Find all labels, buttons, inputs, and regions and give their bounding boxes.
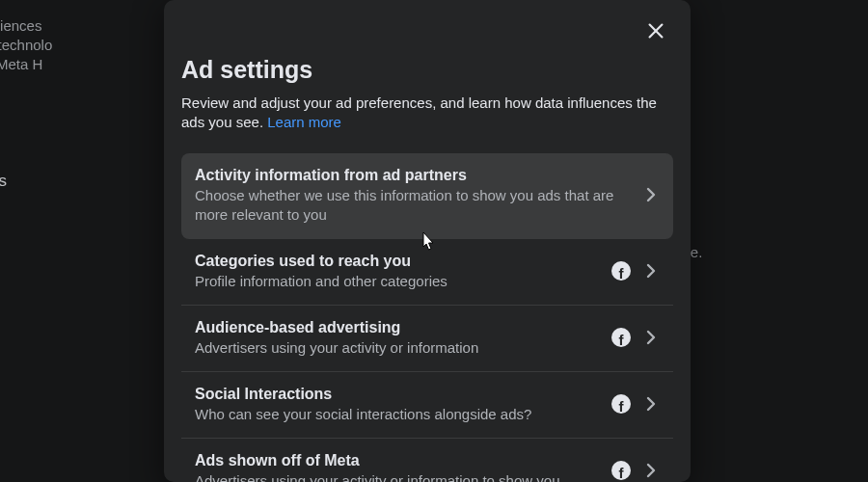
row-title: Audience-based advertising (195, 317, 600, 338)
row-title: Ads shown off of Meta (195, 450, 600, 471)
row-title: Activity information from ad partners (195, 165, 631, 186)
row-description: Advertisers using your activity or infor… (195, 338, 600, 358)
facebook-icon: f (611, 394, 631, 414)
settings-row[interactable]: Activity information from ad partnersCho… (181, 153, 673, 239)
settings-row[interactable]: Categories used to reach youProfile info… (181, 239, 673, 306)
ad-settings-modal: Ad settings Review and adjust your ad pr… (164, 0, 691, 482)
row-title: Categories used to reach you (195, 251, 600, 272)
chevron-right-icon (642, 327, 660, 348)
chevron-right-icon (642, 260, 660, 281)
row-description: Who can see your social interactions alo… (195, 405, 600, 424)
settings-row[interactable]: Audience-based advertisingAdvertisers us… (181, 306, 673, 372)
row-description: Advertisers using your activity or infor… (195, 471, 600, 482)
settings-row[interactable]: Ads shown off of MetaAdvertisers using y… (181, 439, 673, 482)
facebook-icon: f (611, 461, 631, 480)
learn-more-link[interactable]: Learn more (267, 114, 341, 130)
chevron-right-icon (642, 460, 660, 481)
settings-list: Activity information from ad partnersCho… (181, 153, 673, 482)
close-icon (645, 20, 666, 41)
row-title: Social Interactions (195, 384, 600, 405)
chevron-right-icon (642, 184, 660, 205)
row-description: Profile information and other categories (195, 272, 600, 291)
facebook-icon: f (611, 328, 631, 347)
settings-row[interactable]: Social InteractionsWho can see your soci… (181, 372, 673, 439)
close-button[interactable] (642, 17, 669, 44)
modal-title: Ad settings (181, 56, 673, 84)
modal-subtitle: Review and adjust your ad preferences, a… (181, 94, 673, 132)
facebook-icon: f (611, 261, 631, 281)
row-description: Choose whether we use this information t… (195, 186, 631, 225)
chevron-right-icon (642, 393, 660, 415)
